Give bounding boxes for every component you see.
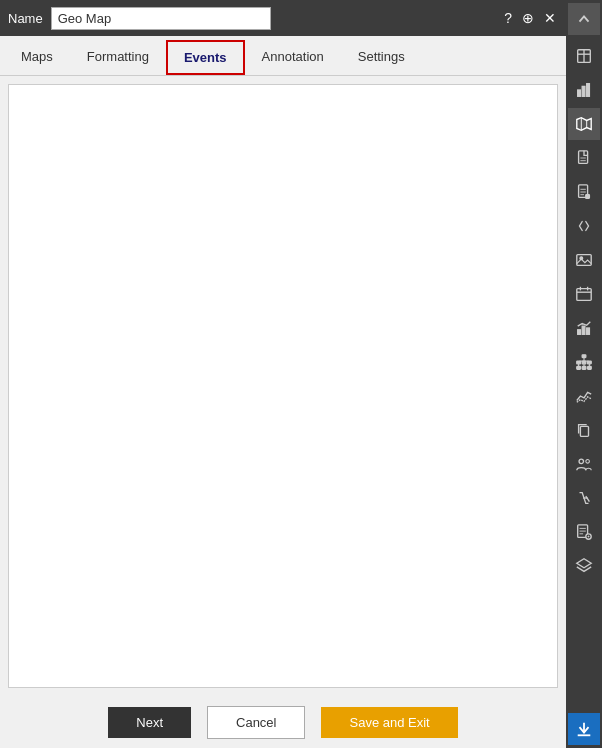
header: Name ? ⊕ ✕ [0, 0, 566, 36]
svg-rect-23 [578, 330, 581, 335]
svg-rect-29 [577, 361, 581, 364]
copy-icon[interactable] [568, 414, 600, 446]
map-icon[interactable] [568, 108, 600, 140]
report-icon[interactable] [568, 516, 600, 548]
tab-events[interactable]: Events [166, 40, 245, 75]
close-icon[interactable]: ✕ [542, 8, 558, 28]
tab-maps[interactable]: Maps [4, 40, 70, 75]
image-icon[interactable] [568, 244, 600, 276]
svg-rect-38 [580, 426, 588, 436]
svg-rect-9 [579, 151, 588, 164]
main-container: Name ? ⊕ ✕ Maps Formatting Events Annota… [0, 0, 602, 748]
svg-rect-26 [582, 355, 586, 358]
chart-line-icon[interactable] [568, 380, 600, 412]
move-icon[interactable]: ⊕ [520, 8, 536, 28]
scroll-up-icon[interactable] [568, 3, 600, 35]
right-sidebar [566, 0, 602, 748]
chart-bar-icon[interactable] [568, 74, 600, 106]
group-icon[interactable] [568, 448, 600, 480]
table-icon[interactable] [568, 40, 600, 72]
tab-formatting[interactable]: Formatting [70, 40, 166, 75]
svg-rect-5 [587, 84, 590, 97]
svg-rect-3 [578, 90, 581, 96]
cancel-button[interactable]: Cancel [207, 706, 305, 739]
svg-rect-4 [582, 86, 585, 96]
document-alt-icon[interactable] [568, 176, 600, 208]
header-icons: ? ⊕ ✕ [502, 8, 558, 28]
events-panel-content [8, 84, 558, 688]
name-label: Name [8, 11, 43, 26]
content-area: Name ? ⊕ ✕ Maps Formatting Events Annota… [0, 0, 566, 748]
svg-rect-25 [587, 328, 590, 334]
svg-rect-30 [582, 361, 586, 364]
name-input[interactable] [51, 7, 271, 30]
svg-rect-37 [588, 367, 592, 370]
tab-settings[interactable]: Settings [341, 40, 422, 75]
chart-combo-icon[interactable] [568, 312, 600, 344]
svg-point-40 [586, 460, 590, 464]
svg-rect-36 [582, 367, 586, 370]
svg-rect-24 [582, 326, 585, 334]
save-exit-button[interactable]: Save and Exit [321, 707, 457, 738]
next-button[interactable]: Next [108, 707, 191, 738]
svg-point-39 [579, 459, 584, 464]
svg-marker-48 [577, 559, 591, 568]
footer: Next Cancel Save and Exit [0, 696, 566, 748]
tab-annotation[interactable]: Annotation [245, 40, 341, 75]
download-icon[interactable] [568, 713, 600, 745]
calendar-icon[interactable] [568, 278, 600, 310]
formula-icon[interactable] [568, 482, 600, 514]
svg-rect-16 [586, 195, 590, 199]
svg-rect-17 [577, 255, 591, 266]
svg-marker-6 [577, 118, 591, 131]
help-icon[interactable]: ? [502, 8, 514, 28]
hierarchy-icon[interactable] [568, 346, 600, 378]
tabs-bar: Maps Formatting Events Annotation Settin… [0, 36, 566, 76]
svg-rect-31 [588, 361, 592, 364]
svg-rect-35 [577, 367, 581, 370]
document-icon[interactable] [568, 142, 600, 174]
code-icon[interactable] [568, 210, 600, 242]
layers-icon[interactable] [568, 550, 600, 582]
svg-rect-19 [577, 289, 591, 301]
